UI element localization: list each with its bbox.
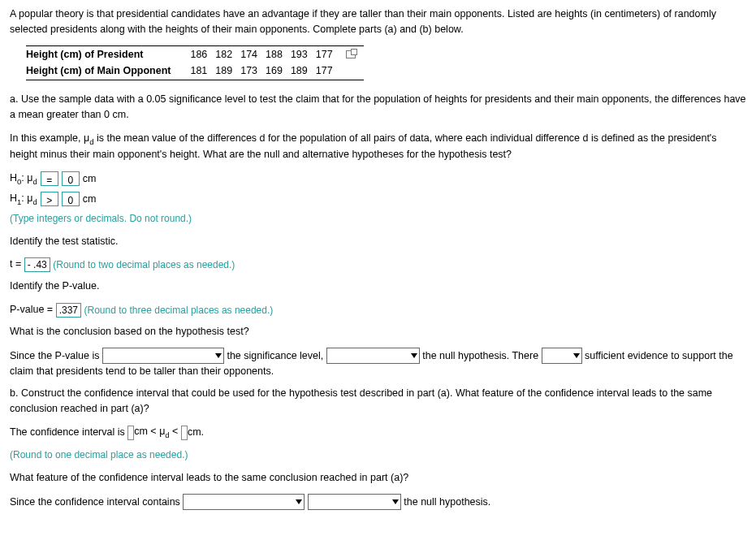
cell: 189 — [215, 63, 240, 80]
unit-cm: cm — [83, 171, 97, 187]
feature-question: What feature of the confidence interval … — [10, 470, 746, 486]
part-a-prompt: a. Use the sample data with a 0.05 signi… — [10, 92, 746, 123]
cell: 186 — [190, 45, 215, 63]
cell: 182 — [215, 45, 240, 63]
feature-line: Since the confidence interval contains t… — [10, 494, 746, 510]
t-stat-input[interactable]: - .43 — [24, 257, 50, 272]
opponent-row: Height (cm) of Main Opponent 181 189 173… — [26, 63, 364, 80]
cell: 188 — [266, 45, 291, 63]
conclusion-question: What is the conclusion based on the hypo… — [10, 324, 746, 339]
cell: 189 — [291, 63, 316, 80]
chevron-down-icon — [215, 353, 222, 358]
context-text: In this example, μd is the mean value of… — [10, 131, 746, 163]
h1-operator-input[interactable]: > — [41, 192, 58, 206]
p-value-line: P-value = .337 (Round to three decimal p… — [10, 302, 746, 318]
reject-fail-select[interactable] — [326, 348, 420, 364]
ci-contains-select[interactable] — [183, 494, 305, 510]
h0-line: H0: μd = 0 cm — [10, 171, 746, 188]
cell: 169 — [266, 63, 291, 80]
ci-reject-select[interactable] — [308, 494, 401, 510]
cell: 193 — [291, 45, 316, 63]
ci-line: The confidence interval is cm < μd < cm. — [10, 424, 746, 441]
row-head-president: Height (cm) of President — [26, 45, 190, 63]
popup-icon[interactable] — [346, 50, 356, 58]
h0-operator-input[interactable]: = — [41, 171, 58, 186]
president-row: Height (cm) of President 186 182 174 188… — [26, 45, 364, 63]
ci-upper-input[interactable] — [181, 426, 188, 440]
unit-cm: cm — [83, 192, 97, 207]
h1-line: H1: μd > 0 cm — [10, 191, 746, 208]
chevron-down-icon — [296, 499, 302, 504]
hyp-note: (Type integers or decimals. Do not round… — [10, 211, 746, 226]
conclusion-line: Since the P-value is the significance le… — [10, 348, 746, 379]
p-value-input[interactable]: .337 — [56, 303, 81, 318]
part-b-prompt: b. Construct the confidence interval tha… — [10, 386, 746, 417]
row-head-opponent: Height (cm) of Main Opponent — [26, 63, 190, 80]
chevron-down-icon — [392, 499, 399, 504]
chevron-down-icon — [573, 353, 580, 358]
chevron-down-icon — [411, 353, 417, 358]
h1-value-input[interactable]: 0 — [62, 192, 80, 206]
cell: 173 — [240, 63, 266, 80]
cell: 174 — [240, 45, 266, 63]
height-table: Height (cm) of President 186 182 174 188… — [26, 45, 746, 81]
p-value-note: (Round to three decimal places as needed… — [84, 305, 273, 316]
is-isnot-select[interactable] — [542, 348, 582, 364]
cell: 177 — [316, 45, 341, 63]
h0-value-input[interactable]: 0 — [62, 171, 80, 186]
identify-p-value: Identify the P-value. — [10, 279, 746, 294]
cell: 181 — [190, 63, 215, 80]
t-stat-note: (Round to two decimal places as needed.) — [53, 259, 235, 270]
cell: 177 — [316, 63, 341, 80]
ci-note: (Round to one decimal place as needed.) — [10, 447, 746, 462]
pvalue-compare-select[interactable] — [102, 348, 224, 364]
intro-text: A popular theory is that presidential ca… — [10, 6, 746, 37]
t-stat-line: t = - .43 (Round to two decimal places a… — [10, 257, 746, 272]
identify-test-stat: Identify the test statistic. — [10, 234, 746, 249]
